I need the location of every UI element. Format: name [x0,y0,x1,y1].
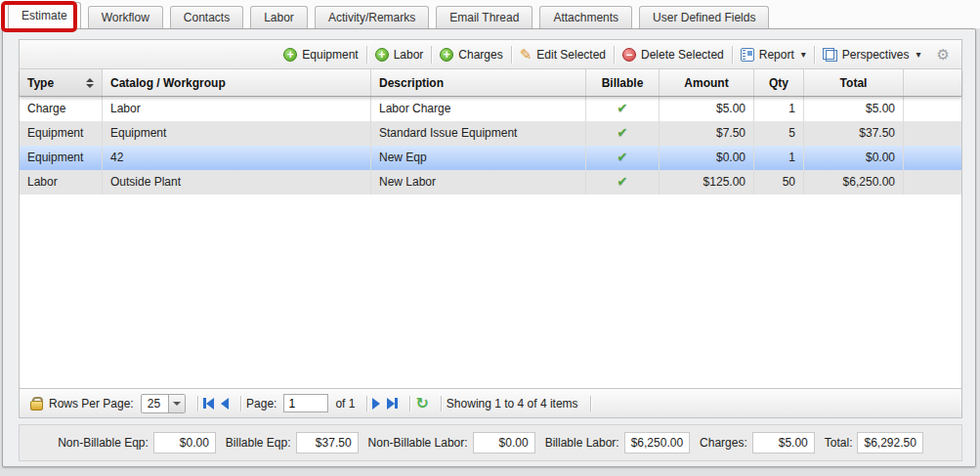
add-labor-button[interactable]: + Labor [367,48,432,62]
cell-filler [904,97,961,121]
add-charges-label: Charges [458,48,502,62]
delete-minus-icon: − [622,48,636,62]
cell-filler [904,146,961,170]
cell-description: Standard Issue Equipment [371,121,586,146]
refresh-icon[interactable]: ↻ [415,396,428,411]
summary-field-charges: Charges: $5.00 [700,432,815,454]
summary-label: Billable Eqp: [226,436,291,450]
page-input[interactable] [283,394,328,412]
tab-email-thread[interactable]: Email Thread [436,6,533,28]
table-row[interactable]: Equipment Equipment Standard Issue Equip… [20,121,961,146]
sort-icon[interactable] [86,78,94,88]
next-page-button[interactable] [372,398,380,410]
cell-billable: ✔ [586,121,660,146]
estimate-grid: + Equipment + Labor + Charges ✎ Edit Sel… [19,39,962,418]
screen: Estimate Workflow Contacts Labor Activit… [0,0,980,476]
cell-billable: ✔ [586,146,660,170]
pager-separator [409,396,410,411]
summary-label: Total: [825,436,853,450]
perspectives-label: Perspectives [842,48,910,62]
delete-selected-button[interactable]: − Delete Selected [615,48,732,62]
summary-value: $0.00 [153,432,216,454]
column-label: Amount [684,76,728,90]
column-header-amount[interactable]: Amount [660,69,754,96]
summary-field-billable-labor: Billable Labor: $6,250.00 [545,432,690,454]
cell-qty: 5 [754,121,804,146]
report-label: Report [759,48,794,62]
cell-type: Charge [20,97,103,121]
page-of-label: of 1 [335,397,355,411]
check-icon: ✔ [618,150,628,164]
cell-filler [904,121,961,146]
add-equipment-label: Equipment [302,48,358,62]
estimate-panel: + Equipment + Labor + Charges ✎ Edit Sel… [2,28,976,467]
table-row-selected[interactable]: Equipment 42 New Eqp ✔ $0.00 1 $0.00 [20,146,961,170]
column-header-type[interactable]: Type [20,69,103,96]
report-menu-button[interactable]: Report ▾ [733,48,814,62]
first-page-button[interactable] [203,398,214,410]
cell-amount: $125.00 [660,170,754,195]
add-plus-icon: + [375,48,389,62]
perspectives-menu-button[interactable]: Perspectives ▾ [815,48,929,62]
cell-filler [904,170,961,195]
cell-catalog: Equipment [103,121,371,146]
tab-strip: Estimate Workflow Contacts Labor Activit… [0,0,980,28]
cell-qty: 1 [754,146,804,170]
table-row[interactable]: Charge Labor Labor Charge ✔ $5.00 1 $5.0… [20,97,961,121]
last-page-button[interactable] [387,398,398,410]
table-body: Charge Labor Labor Charge ✔ $5.00 1 $5.0… [20,97,961,388]
check-icon: ✔ [618,101,628,115]
cell-catalog: 42 [103,146,371,170]
previous-page-button[interactable] [221,398,229,410]
rows-per-page-select[interactable]: 25 [141,394,186,413]
gear-icon[interactable]: ⚙ [929,47,954,62]
edit-selected-label: Edit Selected [536,48,606,62]
rows-per-page-label: Rows Per Page: [49,397,134,411]
chevron-down-icon [168,395,185,412]
summary-label: Billable Labor: [545,436,619,450]
column-label: Total [840,76,868,90]
table-row[interactable]: Labor Outside Plant New Labor ✔ $125.00 … [20,170,961,195]
tab-estimate[interactable]: Estimate [8,2,81,28]
tab-attachments[interactable]: Attachments [539,6,632,28]
summary-value: $6,250.00 [624,432,690,454]
check-icon: ✔ [618,125,628,140]
column-header-total[interactable]: Total [804,69,904,96]
add-equipment-button[interactable]: + Equipment [276,48,365,62]
cell-description: Labor Charge [371,97,586,121]
tab-user-defined-fields[interactable]: User Defined Fields [639,6,769,28]
tab-activity-remarks[interactable]: Activity/Remarks [315,6,429,28]
column-label: Catalog / Workgroup [110,76,226,90]
edit-selected-button[interactable]: ✎ Edit Selected [512,48,614,62]
column-header-billable[interactable]: Billable [586,69,660,96]
pencil-icon: ✎ [520,48,533,62]
cell-billable: ✔ [586,97,660,121]
tab-contacts[interactable]: Contacts [170,6,243,28]
cell-qty: 50 [754,170,804,195]
cell-amount: $5.00 [660,97,754,121]
cell-catalog: Outside Plant [103,170,371,195]
summary-value: $37.50 [296,432,359,454]
add-plus-icon: + [283,48,297,62]
column-header-catalog-workgroup[interactable]: Catalog / Workgroup [103,69,371,96]
cell-type: Equipment [20,146,103,170]
tab-labor[interactable]: Labor [250,6,308,28]
cell-total: $37.50 [804,121,904,146]
table-header: Type Catalog / Workgroup Description Bil… [20,69,961,97]
column-header-filler [904,69,961,96]
cell-description: New Labor [371,170,586,195]
page-label: Page: [246,397,277,411]
showing-items-text: Showing 1 to 4 of 4 items [447,397,578,411]
add-charges-button[interactable]: + Charges [432,48,510,62]
check-icon: ✔ [618,174,628,189]
cell-type: Labor [20,170,103,195]
pager-separator [441,396,442,411]
column-header-qty[interactable]: Qty [754,69,804,96]
pagination-bar: Rows Per Page: 25 Page: of 1 ↻ Showing [20,388,961,417]
tab-workflow[interactable]: Workflow [88,6,163,28]
add-labor-label: Labor [394,48,424,62]
column-header-description[interactable]: Description [371,69,586,96]
pager-separator [197,396,198,411]
grid-toolbar: + Equipment + Labor + Charges ✎ Edit Sel… [20,40,961,69]
pager-separator [590,396,591,411]
